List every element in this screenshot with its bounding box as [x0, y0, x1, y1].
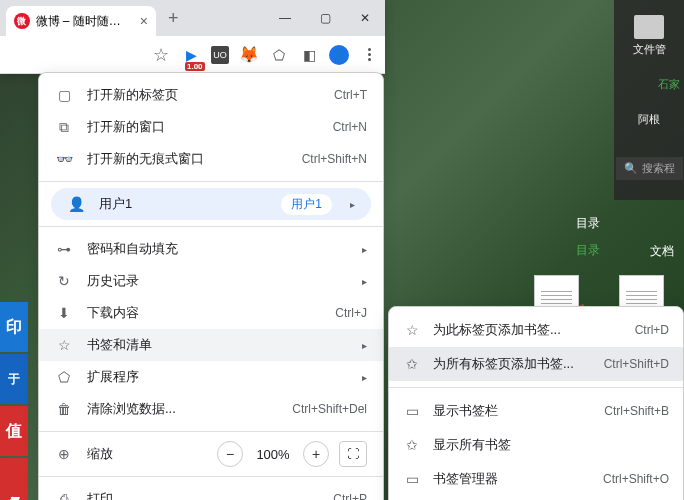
- menu-downloads[interactable]: ⬇ 下载内容 Ctrl+J: [39, 297, 383, 329]
- download-icon: ⬇: [55, 305, 73, 321]
- extension-icon: ⬠: [55, 369, 73, 385]
- fullscreen-button[interactable]: ⛶: [339, 441, 367, 467]
- main-menu: ▢ 打开新的标签页 Ctrl+T ⧉ 打开新的窗口 Ctrl+N 👓 打开新的无…: [38, 72, 384, 500]
- star-icon: ✩: [403, 437, 421, 453]
- wendang-label[interactable]: 文档: [650, 243, 674, 260]
- menu-label: 为此标签页添加书签...: [433, 321, 623, 339]
- shortcut: Ctrl+Shift+N: [302, 152, 367, 166]
- new-tab-button[interactable]: +: [168, 8, 179, 29]
- zoom-out-button[interactable]: −: [217, 441, 243, 467]
- menu-label: 打开新的窗口: [87, 118, 319, 136]
- menu-label: 清除浏览数据...: [87, 400, 278, 418]
- chevron-right-icon: ▸: [362, 276, 367, 287]
- tab-close-icon[interactable]: ×: [140, 13, 148, 29]
- submenu-add-all-bookmarks[interactable]: ✩ 为所有标签页添加书签... Ctrl+Shift+D: [389, 347, 683, 381]
- new-tab-icon: ▢: [55, 87, 73, 103]
- menu-new-tab[interactable]: ▢ 打开新的标签页 Ctrl+T: [39, 79, 383, 111]
- menu-clear-data[interactable]: 🗑 清除浏览数据... Ctrl+Shift+Del: [39, 393, 383, 425]
- menu-label: 用户1: [99, 195, 267, 213]
- desktop-right-panel: 文件管 石家 阿根 🔍 搜索程: [614, 0, 684, 200]
- close-button[interactable]: ✕: [345, 0, 385, 36]
- profile-avatar-icon[interactable]: 👤: [329, 45, 349, 65]
- bookmark-star-icon[interactable]: ☆: [151, 45, 171, 65]
- menu-new-window[interactable]: ⧉ 打开新的窗口 Ctrl+N: [39, 111, 383, 143]
- menu-user-profile[interactable]: 👤 用户1 用户1 ▸: [51, 188, 371, 220]
- browser-window: 微 微博 – 随时随地发 × + — ▢ ✕ ☆ ▶1.00 UO 🦊 ⬠ ◧ …: [0, 0, 385, 74]
- window-controls: — ▢ ✕: [265, 0, 385, 36]
- puzzle-extension-icon[interactable]: ⬠: [269, 45, 289, 65]
- ublock-icon[interactable]: UO: [211, 46, 229, 64]
- menu-label: 下载内容: [87, 304, 321, 322]
- submenu-import[interactable]: ⤓ 导入书签和设置...: [389, 496, 683, 500]
- menu-label: 历史记录: [87, 272, 348, 290]
- menu-extensions[interactable]: ⬠ 扩展程序 ▸: [39, 361, 383, 393]
- shortcut: Ctrl+Shift+Del: [292, 402, 367, 416]
- history-icon: ↻: [55, 273, 73, 289]
- bookmark-icon: ☆: [55, 337, 73, 353]
- incognito-icon: 👓: [55, 151, 73, 167]
- menu-label: 密码和自动填充: [87, 240, 348, 258]
- menu-separator: [39, 226, 383, 227]
- trash-icon: 🗑: [55, 401, 73, 417]
- sidepanel-icon[interactable]: ◧: [299, 45, 319, 65]
- search-placeholder: 搜索程: [642, 161, 675, 176]
- menu-separator: [389, 387, 683, 388]
- shortcut: Ctrl+N: [333, 120, 367, 134]
- new-window-icon: ⧉: [55, 119, 73, 136]
- kebab-menu-icon[interactable]: [359, 45, 379, 65]
- extension-icon[interactable]: 🦊: [239, 45, 259, 65]
- shortcut: Ctrl+J: [335, 306, 367, 320]
- badge-zhi[interactable]: 值: [0, 406, 28, 456]
- panel-item[interactable]: 阿根: [638, 112, 660, 127]
- panel-item[interactable]: 石家: [658, 77, 680, 92]
- submenu-manager[interactable]: ▭ 书签管理器 Ctrl+Shift+O: [389, 462, 683, 496]
- search-box[interactable]: 🔍 搜索程: [616, 157, 683, 180]
- badge-yu[interactable]: 于: [0, 354, 28, 404]
- shortcut: Ctrl+Shift+D: [604, 357, 669, 371]
- shortcut: Ctrl+Shift+B: [604, 404, 669, 418]
- search-icon: 🔍: [624, 162, 638, 175]
- menu-label: 显示书签栏: [433, 402, 592, 420]
- tab-title: 微博 – 随时随地发: [36, 13, 130, 30]
- title-bar: 微 微博 – 随时随地发 × + — ▢ ✕: [0, 0, 385, 36]
- bookmarks-submenu: ☆ 为此标签页添加书签... Ctrl+D ✩ 为所有标签页添加书签... Ct…: [388, 306, 684, 500]
- left-sidebar-badges: 印 于 值 值得买: [0, 180, 28, 500]
- chevron-right-icon: ▸: [362, 340, 367, 351]
- shortcut: Ctrl+Shift+O: [603, 472, 669, 486]
- file-manager-item[interactable]: 文件管: [633, 15, 666, 57]
- submenu-add-bookmark[interactable]: ☆ 为此标签页添加书签... Ctrl+D: [389, 313, 683, 347]
- menu-bookmarks[interactable]: ☆ 书签和清单 ▸: [39, 329, 383, 361]
- menu-label: 缩放: [87, 445, 203, 463]
- zoom-in-button[interactable]: +: [303, 441, 329, 467]
- minimize-button[interactable]: —: [265, 0, 305, 36]
- menu-history[interactable]: ↻ 历史记录 ▸: [39, 265, 383, 297]
- manager-icon: ▭: [403, 471, 421, 487]
- menu-incognito[interactable]: 👓 打开新的无痕式窗口 Ctrl+Shift+N: [39, 143, 383, 175]
- menu-label: 书签和清单: [87, 336, 348, 354]
- file-manager-label: 文件管: [633, 42, 666, 57]
- chevron-right-icon: ▸: [362, 372, 367, 383]
- submenu-show-bar[interactable]: ▭ 显示书签栏 Ctrl+Shift+B: [389, 394, 683, 428]
- menu-print[interactable]: ⎙ 打印... Ctrl+P: [39, 483, 383, 500]
- menu-zoom: ⊕ 缩放 − 100% + ⛶: [39, 438, 383, 470]
- menu-label: 书签管理器: [433, 470, 591, 488]
- menu-label: 为所有标签页添加书签...: [433, 355, 592, 373]
- menu-separator: [39, 431, 383, 432]
- chevron-right-icon: ▸: [350, 199, 355, 210]
- mulu-label[interactable]: 目录: [576, 242, 600, 259]
- user-pill: 用户1: [281, 194, 332, 215]
- badge-yin[interactable]: 印: [0, 302, 28, 352]
- user-icon: 👤: [67, 196, 85, 212]
- flag-extension-icon[interactable]: ▶1.00: [181, 45, 201, 65]
- menu-passwords[interactable]: ⊶ 密码和自动填充 ▸: [39, 233, 383, 265]
- maximize-button[interactable]: ▢: [305, 0, 345, 36]
- browser-tab[interactable]: 微 微博 – 随时随地发 ×: [6, 6, 156, 36]
- green-label: 石家: [658, 77, 680, 92]
- shortcut: Ctrl+D: [635, 323, 669, 337]
- key-icon: ⊶: [55, 241, 73, 257]
- badge-text[interactable]: 值得买: [0, 458, 28, 500]
- menu-separator: [39, 181, 383, 182]
- submenu-show-all[interactable]: ✩ 显示所有书签: [389, 428, 683, 462]
- zoom-percent: 100%: [253, 447, 293, 462]
- folder-labels: 目录 目录 文档: [576, 215, 674, 260]
